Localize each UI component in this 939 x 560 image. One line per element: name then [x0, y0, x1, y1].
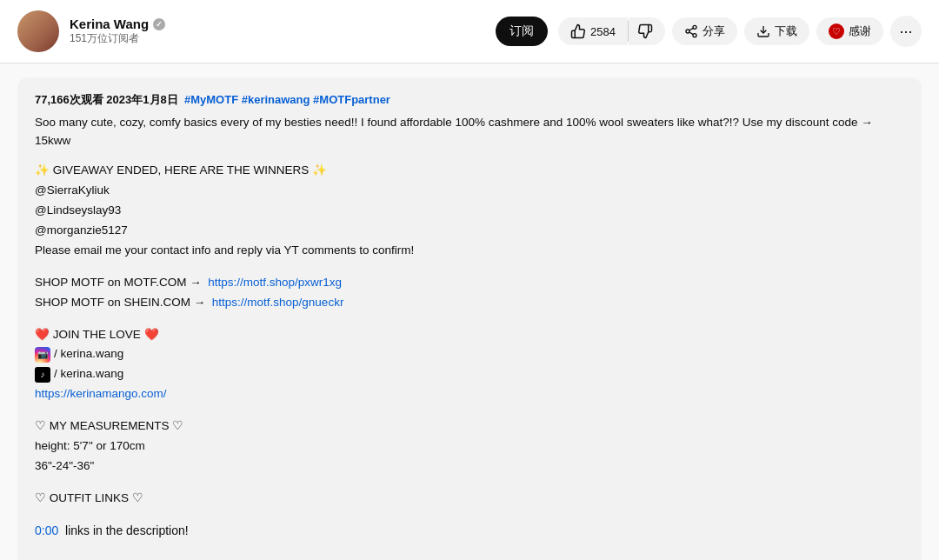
giveaway-section: ✨ GIVEAWAY ENDED, HERE ARE THE WINNERS ✨…	[35, 161, 904, 261]
shop-motf-link[interactable]: https://motf.shop/pxwr1xg	[208, 276, 342, 289]
height: height: 5'7" or 170cm	[35, 437, 904, 457]
subscribe-button[interactable]: 订阅	[496, 17, 548, 46]
like-dislike-group: 2584	[558, 17, 665, 45]
svg-line-4	[689, 28, 694, 30]
measurements-title: ♡ MY MEASUREMENTS ♡	[35, 417, 904, 437]
instagram-handle: / kerina.wang	[54, 344, 123, 364]
winner-2: @Lindseyslay93	[35, 201, 904, 221]
like-button[interactable]: 2584	[558, 17, 628, 45]
thanks-button[interactable]: ♡ 感谢	[816, 17, 883, 45]
subscriber-count: 151万位订阅者	[70, 31, 485, 46]
tiktok-icon: ♪	[35, 367, 50, 383]
download-icon	[756, 24, 770, 38]
svg-point-1	[686, 30, 689, 33]
join-love-section: ❤️ JOIN THE LOVE ❤️ 📷 / kerina.wang ♪ / …	[35, 325, 904, 405]
download-label: 下载	[775, 23, 797, 39]
website-link[interactable]: https://kerinamango.com/	[35, 387, 167, 400]
instagram-row: 📷 / kerina.wang	[35, 344, 904, 364]
join-love-title: ❤️ JOIN THE LOVE ❤️	[35, 325, 904, 345]
meta-line: 77,166次观看 2023年1月8日 #MyMOTF #kerinawang …	[35, 91, 904, 110]
thumbs-down-icon	[637, 23, 653, 39]
tiktok-handle: / kerina.wang	[54, 364, 123, 384]
download-button[interactable]: 下载	[744, 17, 809, 45]
shop-shein-link[interactable]: https://motf.shop/gnueckr	[212, 296, 344, 309]
shop-shein-label: SHOP MOTF on SHEIN.COM →	[35, 296, 205, 309]
measurements: 36"-24"-36"	[35, 457, 904, 477]
timestamp-section: 0:00 links in the description!	[35, 521, 904, 540]
view-count-date: 77,166次观看 2023年1月8日	[35, 93, 178, 106]
timestamp-note: links in the description!	[65, 523, 189, 537]
share-button[interactable]: 分享	[672, 17, 737, 45]
more-dots: ···	[899, 23, 912, 41]
thanks-label: 感谢	[849, 23, 871, 39]
shop-shein-line: SHOP MOTF on SHEIN.COM → https://motf.sh…	[35, 293, 904, 313]
verified-icon: ✓	[153, 18, 165, 30]
winner-3: @morganzie5127	[35, 221, 904, 241]
giveaway-title: ✨ GIVEAWAY ENDED, HERE ARE THE WINNERS ✨	[35, 161, 904, 181]
measurements-section: ♡ MY MEASUREMENTS ♡ height: 5'7" or 170c…	[35, 417, 904, 477]
more-button[interactable]: ···	[890, 16, 922, 47]
thanks-icon: ♡	[829, 23, 844, 39]
top-bar: Kerina Wang ✓ 151万位订阅者 订阅 2584	[0, 0, 939, 63]
shop-links-section: SHOP MOTF on MOTF.COM → https://motf.sho…	[35, 273, 904, 313]
share-icon	[684, 24, 698, 38]
website-line: https://kerinamango.com/	[35, 384, 904, 404]
outfit-links-section: ♡ OUTFIT LINKS ♡	[35, 489, 904, 509]
svg-point-0	[693, 25, 696, 29]
channel-name: Kerina Wang	[70, 17, 149, 31]
svg-line-3	[689, 32, 694, 35]
outfit-links-title: ♡ OUTFIT LINKS ♡	[35, 489, 904, 509]
channel-info: Kerina Wang ✓ 151万位订阅者	[70, 17, 485, 46]
action-buttons: 2584 分享 下载 ♡	[558, 16, 922, 47]
tiktok-row: ♪ / kerina.wang	[35, 364, 904, 384]
share-label: 分享	[703, 23, 725, 39]
description-body: Soo many cute, cozy, comfy basics every …	[35, 113, 904, 150]
instagram-icon: 📷	[35, 347, 50, 363]
svg-point-2	[693, 34, 696, 37]
avatar[interactable]	[17, 10, 59, 52]
timestamp-link[interactable]: 0:00	[35, 523, 58, 537]
shop-motf-line: SHOP MOTF on MOTF.COM → https://motf.sho…	[35, 273, 904, 293]
dislike-button[interactable]	[629, 17, 665, 45]
thumbs-up-icon	[570, 23, 586, 39]
like-count: 2584	[590, 25, 616, 38]
description-card: 77,166次观看 2023年1月8日 #MyMOTF #kerinawang …	[17, 77, 922, 560]
shop-motf-label: SHOP MOTF on MOTF.COM →	[35, 276, 202, 289]
hashtags: #MyMOTF #kerinawang #MOTFpartner	[184, 93, 390, 106]
winner-1: @SierraKyliuk	[35, 181, 904, 201]
winners-note: Please email me your contact info and re…	[35, 241, 904, 261]
